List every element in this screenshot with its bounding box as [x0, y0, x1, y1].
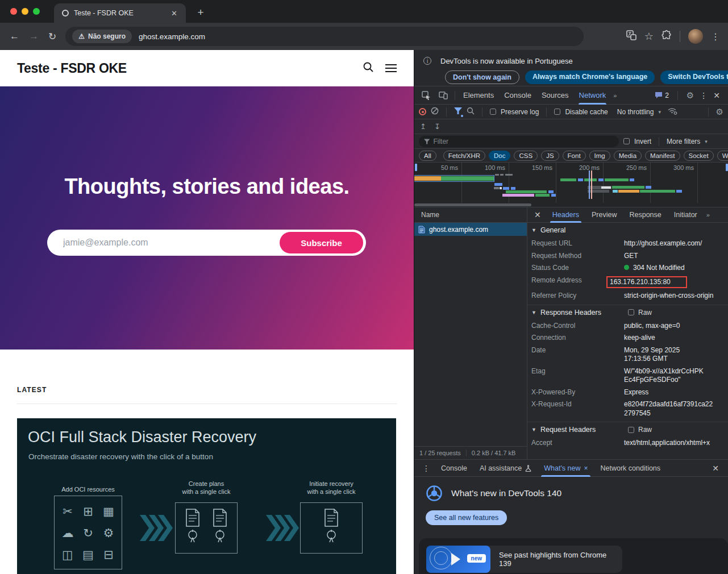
- close-drawer-icon[interactable]: ✕: [712, 464, 725, 473]
- address-bar[interactable]: ⚠ Não seguro ghost.example.com: [65, 27, 584, 46]
- preserve-log-label[interactable]: Preserve log: [501, 108, 539, 116]
- dont-show-again-button[interactable]: Don't show again: [445, 70, 519, 84]
- new-tab-button[interactable]: +: [193, 6, 208, 19]
- macos-window-controls[interactable]: [10, 8, 40, 15]
- see-all-features-button[interactable]: See all new features: [426, 510, 507, 525]
- filter-chip-socket[interactable]: Socket: [684, 151, 714, 161]
- highlight-video-thumbnail[interactable]: new: [426, 546, 490, 573]
- filter-chip-manifest[interactable]: Manifest: [645, 151, 680, 161]
- network-settings-gear-icon[interactable]: ⚙: [716, 107, 723, 116]
- browser-tab[interactable]: Teste - FSDR OKE ✕: [54, 3, 186, 23]
- overview-right-handle-icon[interactable]: [726, 164, 728, 171]
- drawer-tab-ai-assistance[interactable]: AI assistance: [473, 460, 538, 477]
- name-column-header[interactable]: Name: [414, 207, 527, 223]
- more-detail-tabs-icon[interactable]: »: [704, 211, 712, 218]
- close-devtools-icon[interactable]: ✕: [713, 91, 720, 100]
- export-har-icon[interactable]: ↧: [434, 122, 440, 131]
- match-language-button[interactable]: Always match Chrome's language: [525, 70, 655, 84]
- url-text[interactable]: ghost.example.com: [139, 32, 205, 41]
- record-network-log-icon[interactable]: [419, 108, 426, 115]
- invert-filter-checkbox[interactable]: [623, 138, 630, 144]
- tab-headers[interactable]: Headers: [547, 207, 585, 223]
- waterfall-bar: [605, 178, 629, 181]
- drawer-tab-console[interactable]: Console: [435, 460, 473, 477]
- filter-chip-font[interactable]: Font: [563, 151, 586, 161]
- tab-response[interactable]: Response: [623, 207, 667, 223]
- overview-scrollbar[interactable]: [414, 203, 531, 206]
- tab-preview[interactable]: Preview: [586, 207, 622, 223]
- close-window-button[interactable]: [10, 8, 17, 15]
- filter-chip-js[interactable]: JS: [541, 151, 559, 161]
- raw-response-checkbox[interactable]: [628, 309, 634, 315]
- site-search-icon[interactable]: [363, 61, 374, 75]
- highlight-item[interactable]: new See past highlights from Chrome 139: [426, 546, 622, 573]
- request-row-selected[interactable]: ghost.example.com: [414, 223, 527, 236]
- tab-elements[interactable]: Elements: [458, 86, 499, 105]
- raw-label[interactable]: Raw: [638, 309, 652, 317]
- raw-request-checkbox[interactable]: [628, 427, 634, 433]
- site-title[interactable]: Teste - FSDR OKE: [17, 61, 363, 76]
- invert-filter-label[interactable]: Invert: [634, 138, 651, 145]
- filter-chip-doc[interactable]: Doc: [489, 151, 510, 161]
- reload-icon[interactable]: ↻: [48, 31, 56, 43]
- network-filter-input[interactable]: [433, 138, 614, 145]
- filter-chip-all[interactable]: All: [419, 151, 436, 161]
- disable-cache-checkbox[interactable]: [554, 109, 560, 115]
- disable-cache-label[interactable]: Disable cache: [565, 108, 608, 116]
- filter-chip-img[interactable]: Img: [589, 151, 610, 161]
- filter-chip-media[interactable]: Media: [614, 151, 642, 161]
- tab-initiator[interactable]: Initiator: [668, 207, 703, 223]
- network-conditions-icon[interactable]: [668, 107, 677, 117]
- maximize-window-button[interactable]: [33, 8, 40, 15]
- tab-network[interactable]: Network: [574, 86, 611, 105]
- profile-avatar[interactable]: [688, 29, 703, 44]
- overview-left-handle-icon[interactable]: [415, 164, 417, 171]
- site-menu-icon[interactable]: [385, 64, 397, 72]
- drawer-tab-network-conditions[interactable]: Network conditions: [594, 460, 667, 477]
- import-har-icon[interactable]: ↥: [420, 122, 426, 131]
- issues-counter[interactable]: 2: [655, 91, 669, 99]
- filter-chip-fetchxhr[interactable]: Fetch/XHR: [443, 151, 485, 161]
- tab-console[interactable]: Console: [499, 86, 536, 105]
- drawer-tab-whats-new[interactable]: What's new ×: [538, 460, 594, 477]
- devtools-menu-icon[interactable]: ⋮: [700, 91, 708, 100]
- translate-icon[interactable]: [626, 30, 637, 43]
- bookmark-star-icon[interactable]: ☆: [644, 30, 654, 43]
- page-event-line: [589, 170, 590, 199]
- more-tabs-icon[interactable]: »: [611, 92, 618, 99]
- request-headers-section-header[interactable]: ▼ Request Headers Raw: [527, 422, 728, 437]
- clear-network-log-icon[interactable]: [431, 107, 439, 117]
- network-search-icon[interactable]: [467, 107, 475, 117]
- preserve-log-checkbox[interactable]: [490, 109, 496, 115]
- timeline-gridline: [461, 163, 462, 203]
- close-whats-new-tab-icon[interactable]: ×: [584, 460, 588, 477]
- back-icon[interactable]: ←: [10, 31, 19, 42]
- more-filters-caret-icon[interactable]: ▾: [705, 139, 708, 144]
- general-section-header[interactable]: ▼ General: [527, 223, 728, 238]
- tab-sources[interactable]: Sources: [536, 86, 574, 105]
- close-details-icon[interactable]: ✕: [532, 210, 546, 219]
- minimize-window-button[interactable]: [22, 8, 28, 15]
- switch-language-button[interactable]: Switch DevTools to Portuguese: [660, 70, 728, 84]
- response-headers-section-header[interactable]: ▼ Response Headers Raw: [527, 305, 728, 320]
- drawer-menu-icon[interactable]: ⋮: [418, 464, 435, 473]
- throttling-select[interactable]: No throttling: [617, 108, 654, 116]
- security-badge[interactable]: ⚠ Não seguro: [72, 30, 132, 43]
- raw-label[interactable]: Raw: [638, 426, 652, 434]
- device-toolbar-icon[interactable]: [439, 91, 448, 100]
- settings-gear-icon[interactable]: ⚙: [687, 91, 694, 99]
- waterfall-overview[interactable]: 50 ms100 ms150 ms200 ms250 ms300 ms: [414, 163, 728, 207]
- browser-menu-icon[interactable]: ⋮: [711, 31, 720, 42]
- filter-chip-css[interactable]: CSS: [514, 151, 538, 161]
- subscribe-button[interactable]: Subscribe: [280, 232, 363, 253]
- forward-icon[interactable]: →: [29, 31, 39, 42]
- extensions-icon[interactable]: [662, 30, 672, 43]
- network-filter-input-wrap[interactable]: [419, 136, 619, 147]
- filter-toggle-icon[interactable]: [454, 107, 462, 116]
- inspect-element-icon[interactable]: [422, 91, 431, 100]
- filter-chip-wasm[interactable]: Wasm: [717, 151, 728, 161]
- close-tab-icon[interactable]: ✕: [168, 8, 180, 19]
- article-feature-image[interactable]: OCI Full Stack Disaster Recovery Orchest…: [17, 418, 396, 574]
- throttling-caret-icon[interactable]: ▾: [658, 109, 661, 115]
- more-filters-button[interactable]: More filters: [667, 138, 700, 145]
